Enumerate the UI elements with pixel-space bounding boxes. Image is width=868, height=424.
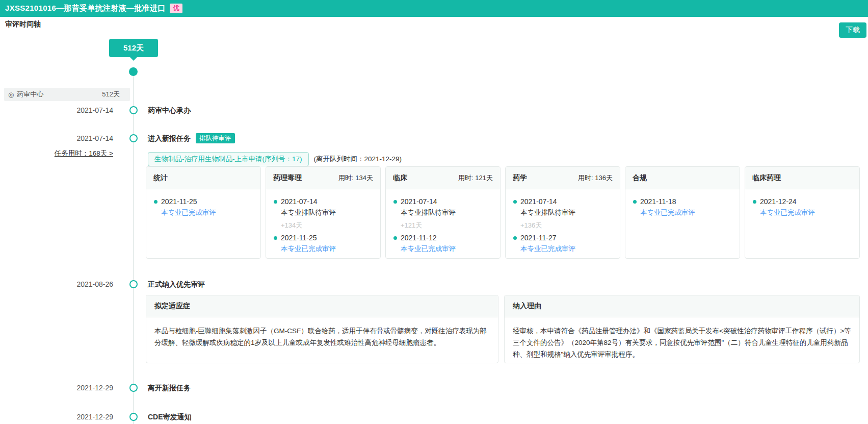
card-item: 2021-11-12 本专业已完成审评	[392, 233, 494, 254]
item-date: 2021-07-14	[520, 196, 614, 207]
timeline-event: 2021-12-29 离开新报任务	[0, 382, 868, 393]
card-title: 临床	[393, 173, 407, 183]
reason-box: 纳入理由 经审核，本申请符合《药品注册管理办法》和《国家药监局关于发布<突破性治…	[504, 295, 860, 363]
indication-box-body: 本品与粒细胞-巨噬细胞集落刺激因子（GM-CSF）联合给药，适用于伴有骨或骨髓病…	[146, 317, 498, 356]
event-node-icon	[129, 384, 138, 392]
event-date: 2021-12-29	[0, 411, 113, 422]
card-title: 临床药理	[752, 173, 781, 183]
item-status: 本专业排队待审评	[401, 207, 494, 218]
discipline-card-pharmacy: 药学 用时: 136天 2021-07-14 本专业排队待审评 +136天 20…	[505, 166, 620, 259]
event-label: 离开新报任务	[148, 382, 191, 393]
discipline-card-compliance: 合规 2021-11-18 本专业已完成审评	[625, 166, 740, 259]
item-date: 2021-11-25	[161, 196, 254, 207]
title-bar: JXSS2101016—那昔妥单抗注射液—批准进口 优	[0, 0, 868, 17]
item-gap-days: +121天	[392, 221, 494, 230]
item-status-link[interactable]: 本专业已完成审评	[640, 207, 733, 218]
timeline-start-dot	[129, 67, 138, 76]
item-status: 本专业排队待审评	[281, 207, 374, 218]
station-name: 药审中心	[17, 90, 43, 99]
card-item: 2021-11-27 本专业已完成审评	[512, 233, 614, 254]
page-title: 审评时间轴	[5, 20, 41, 29]
item-status-link[interactable]: 本专业已完成审评	[520, 243, 614, 254]
reason-box-title: 纳入理由	[505, 295, 859, 317]
card-item: 2021-11-25 本专业已完成审评	[272, 233, 374, 254]
event-node-icon	[129, 106, 138, 114]
event-date: 2021-07-14	[0, 105, 113, 116]
station-duration: 512天	[102, 90, 120, 99]
reason-box-body: 经审核，本申请符合《药品注册管理办法》和《国家药监局关于发布<突破性治疗药物审评…	[505, 317, 859, 363]
timeline-event: 2021-12-29 CDE寄发通知	[0, 411, 868, 422]
card-duration: 用时: 121天	[458, 173, 493, 183]
event-label: 正式纳入优先审评	[148, 279, 205, 290]
card-item: 2021-12-24 本专业已完成审评	[751, 196, 853, 218]
item-date: 2021-11-18	[640, 196, 733, 207]
item-date: 2021-11-12	[401, 233, 494, 243]
download-button[interactable]: 下载	[839, 22, 866, 38]
card-title: 药理毒理	[273, 173, 302, 183]
event-node-icon	[129, 413, 138, 421]
card-duration: 用时: 134天	[338, 173, 373, 183]
queue-info-row: 生物制品-治疗用生物制品-上市申请(序列号：17) (离开队列时间：2021-1…	[148, 152, 402, 166]
discipline-card-pharmtox: 药理毒理 用时: 134天 2021-07-14 本专业排队待审评 +134天 …	[266, 166, 381, 259]
card-title: 药学	[513, 173, 527, 183]
drug-title: JXSS2101016—那昔妥单抗注射液—批准进口	[5, 4, 165, 13]
card-item: 2021-11-18 本专业已完成审评	[632, 196, 733, 218]
item-date: 2021-12-24	[760, 196, 853, 207]
item-date: 2021-07-14	[401, 196, 494, 207]
location-pin-icon: ◎	[8, 91, 14, 98]
item-gap-days: +134天	[272, 221, 374, 230]
station-row: ◎ 药审中心 512天	[4, 88, 130, 101]
priority-badge: 优	[170, 4, 182, 14]
timeline-event: 2021-08-26 正式纳入优先审评	[0, 279, 868, 290]
discipline-card-clinical: 临床 用时: 121天 2021-07-14 本专业排队待审评 +121天 20…	[385, 166, 501, 259]
item-date: 2021-11-25	[281, 233, 374, 243]
event-label: 药审中心承办	[148, 105, 191, 116]
task-duration-link[interactable]: 任务用时：168天 >	[0, 149, 113, 158]
item-status-link[interactable]: 本专业已完成审评	[281, 243, 374, 254]
total-duration-tooltip: 512天	[109, 39, 158, 57]
card-item: 2021-07-14 本专业排队待审评	[392, 196, 494, 218]
item-status-link[interactable]: 本专业已完成审评	[161, 207, 254, 218]
app-window: JXSS2101016—那昔妥单抗注射液—批准进口 优 审评时间轴 下载 512…	[0, 0, 868, 424]
queue-leave-note: (离开队列时间：2021-12-29)	[314, 155, 402, 164]
timeline-event: 2021-07-14 进入新报任务 排队待审评	[0, 133, 868, 144]
card-title: 合规	[633, 173, 647, 183]
discipline-card-statistics: 统计 2021-11-25 本专业已完成审评	[146, 166, 261, 259]
item-status-link[interactable]: 本专业已完成审评	[401, 243, 494, 254]
event-node-icon	[129, 280, 138, 288]
event-date: 2021-12-29	[0, 382, 113, 393]
item-date: 2021-11-27	[520, 233, 614, 243]
event-node-icon	[129, 134, 138, 142]
indication-box-title: 拟定适应症	[146, 295, 498, 317]
event-date: 2021-07-14	[0, 133, 113, 144]
timeline-line	[133, 71, 134, 424]
card-duration: 用时: 136天	[578, 173, 613, 183]
card-item: 2021-11-25 本专业已完成审评	[152, 196, 254, 218]
item-status: 本专业排队待审评	[520, 207, 614, 218]
timeline-event: 2021-07-14 药审中心承办	[0, 105, 868, 116]
event-label: 进入新报任务	[148, 133, 191, 144]
queue-status-badge: 排队待审评	[196, 133, 235, 143]
discipline-cards: 统计 2021-11-25 本专业已完成审评 药理毒理 用时: 134天 202…	[146, 166, 860, 259]
event-label: CDE寄发通知	[148, 411, 192, 422]
event-date: 2021-08-26	[0, 279, 113, 290]
indication-box: 拟定适应症 本品与粒细胞-巨噬细胞集落刺激因子（GM-CSF）联合给药，适用于伴…	[146, 295, 498, 363]
card-item: 2021-07-14 本专业排队待审评	[272, 196, 374, 218]
discipline-card-clinpharm: 临床药理 2021-12-24 本专业已完成审评	[745, 166, 860, 259]
card-title: 统计	[153, 173, 168, 183]
item-date: 2021-07-14	[281, 196, 374, 207]
item-gap-days: +136天	[512, 221, 614, 230]
queue-tag: 生物制品-治疗用生物制品-上市申请(序列号：17)	[148, 152, 309, 166]
card-item: 2021-07-14 本专业排队待审评	[512, 196, 614, 218]
item-status-link[interactable]: 本专业已完成审评	[760, 207, 853, 218]
